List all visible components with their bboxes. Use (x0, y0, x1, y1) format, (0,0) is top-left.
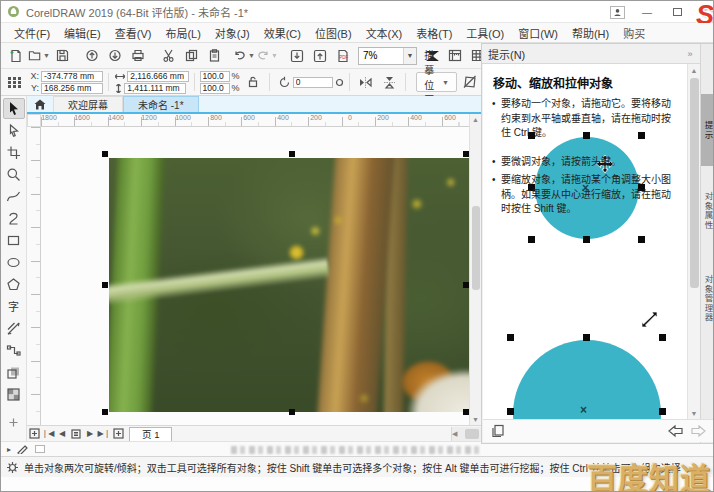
add-page-icon-2[interactable] (111, 427, 125, 441)
undo-button[interactable]: ▼ (233, 45, 255, 67)
rectangle-tool[interactable] (3, 230, 25, 251)
y-position-field[interactable] (41, 83, 103, 94)
cloud-open-icon[interactable] (81, 45, 103, 67)
next-page-icon[interactable]: ▶ (83, 427, 97, 441)
trace-bitmap-button[interactable]: 描摹位图(T)▼ (416, 72, 457, 92)
ellipse-tool[interactable] (3, 252, 25, 273)
canvas-horizontal-scrollbar[interactable]: ◀ (451, 427, 481, 441)
mirror-vertical-icon[interactable] (378, 71, 400, 93)
open-button[interactable]: ▼ (28, 45, 50, 67)
polygon-tool[interactable] (3, 274, 25, 295)
import-button[interactable] (286, 45, 308, 67)
menu-text[interactable]: 文本(X) (359, 23, 410, 43)
cloud-save-icon[interactable] (104, 45, 126, 67)
print-button[interactable] (127, 45, 149, 67)
show-rulers-button[interactable] (444, 45, 466, 67)
scroll-down-icon[interactable]: ▼ (472, 414, 479, 425)
home-icon[interactable] (27, 96, 53, 112)
selection-handle-top-left[interactable] (102, 151, 108, 157)
scroll-down-icon[interactable]: ▼ (688, 408, 700, 419)
page-list-icon[interactable] (69, 427, 83, 441)
menu-view[interactable]: 查看(V) (108, 23, 159, 43)
hints-scrollbar[interactable]: ▲ ▼ (687, 64, 700, 420)
text-tool[interactable]: 字 (3, 296, 25, 317)
account-icon[interactable] (610, 6, 625, 19)
scroll-up-icon[interactable]: ▲ (472, 114, 479, 125)
scroll-left-icon[interactable]: ◀ (452, 428, 457, 440)
drop-shadow-tool[interactable] (3, 362, 25, 383)
selected-bitmap-image[interactable] (109, 158, 469, 412)
minimize-button[interactable]: — (639, 5, 655, 19)
previous-page-icon[interactable]: ◀ (55, 427, 69, 441)
selection-handle-middle-left[interactable] (102, 282, 108, 288)
object-width-field[interactable] (127, 71, 189, 82)
publish-pdf-button[interactable]: PDF (332, 45, 354, 67)
menu-bitmaps[interactable]: 位图(B) (308, 23, 359, 43)
add-page-icon[interactable] (27, 427, 41, 441)
new-document-button[interactable] (5, 45, 27, 67)
menu-object[interactable]: 对象(J) (208, 23, 257, 43)
bezier-tool[interactable] (3, 208, 25, 229)
menu-help[interactable]: 帮助(H) (565, 23, 616, 43)
save-button[interactable] (51, 45, 73, 67)
scrollbar-thumb[interactable] (690, 78, 699, 288)
scrollbar-thumb[interactable] (472, 206, 480, 290)
customize-toolbox-button[interactable] (3, 412, 25, 433)
rotation-angle-field[interactable] (293, 77, 333, 88)
tab-document-1[interactable]: 未命名 -1* (123, 96, 199, 112)
scrollbar-thumb[interactable] (465, 429, 479, 439)
lock-ratio-icon[interactable] (242, 71, 264, 93)
scroll-up-icon[interactable]: ▲ (688, 65, 700, 76)
horizontal-ruler[interactable]: 1800 1600 1400 1200 1000 800 600 400 200… (41, 114, 469, 127)
selection-handle-bottom-left[interactable] (102, 409, 108, 415)
rail-tab-hints[interactable]: 提示 (701, 94, 714, 166)
crop-tool[interactable] (3, 142, 25, 163)
dimension-tool[interactable] (3, 318, 25, 339)
menu-edit[interactable]: 编辑(E) (57, 23, 108, 43)
maximize-button[interactable] (669, 5, 685, 19)
rail-tab-object-properties[interactable]: 对象属性 (701, 172, 714, 250)
first-page-icon[interactable]: ❘◀ (41, 427, 55, 441)
menu-window[interactable]: 窗口(W) (511, 23, 565, 43)
object-height-field[interactable] (124, 83, 186, 94)
zoom-level-combobox[interactable]: ▼ (358, 47, 417, 65)
zoom-dropdown-icon[interactable]: ▼ (403, 48, 416, 64)
menu-file[interactable]: 文件(F) (7, 23, 57, 43)
shape-tool[interactable] (3, 120, 25, 141)
selection-handle-bottom-middle[interactable] (289, 409, 295, 415)
scale-x-field[interactable] (200, 71, 230, 82)
expand-icon[interactable]: ▸ (7, 445, 11, 454)
rail-tab-object-manager[interactable]: 对象管理器 (701, 256, 714, 342)
export-button[interactable] (309, 45, 331, 67)
menu-tools[interactable]: 工具(O) (459, 23, 511, 43)
copy-page-icon[interactable] (491, 424, 505, 438)
vertical-ruler[interactable] (27, 127, 41, 425)
last-page-icon[interactable]: ▶❘ (97, 427, 111, 441)
drawing-canvas[interactable] (41, 127, 469, 425)
paste-button[interactable] (203, 45, 225, 67)
copy-button[interactable] (180, 45, 202, 67)
forward-arrow-icon[interactable] (690, 424, 707, 438)
redo-button[interactable]: ▼ (256, 45, 278, 67)
pen-icon[interactable] (17, 444, 29, 454)
back-arrow-icon[interactable] (667, 424, 684, 438)
transparency-tool[interactable] (3, 384, 25, 405)
connector-tool[interactable] (3, 340, 25, 361)
menu-table[interactable]: 表格(T) (409, 23, 459, 43)
page-1-tab[interactable]: 页 1 (129, 427, 172, 441)
ruler-corner[interactable] (27, 114, 41, 127)
menu-effects[interactable]: 效果(C) (257, 23, 308, 43)
cut-button[interactable] (157, 45, 179, 67)
selection-handle-top-middle[interactable] (289, 151, 295, 157)
canvas-vertical-scrollbar[interactable]: ▲ ▼ (469, 114, 481, 425)
straighten-image-icon[interactable] (459, 71, 481, 93)
mirror-horizontal-icon[interactable] (354, 71, 376, 93)
menu-layout[interactable]: 布局(L) (158, 23, 207, 43)
menu-buy[interactable]: 购买 (616, 23, 652, 43)
tab-welcome-screen[interactable]: 欢迎屏幕 (53, 96, 123, 112)
freehand-tool[interactable] (3, 186, 25, 207)
zoom-level-input[interactable] (359, 48, 403, 64)
docker-collapse-icon[interactable]: » (687, 49, 692, 59)
scale-y-field[interactable] (200, 83, 230, 94)
swatch-icon[interactable] (35, 445, 45, 453)
